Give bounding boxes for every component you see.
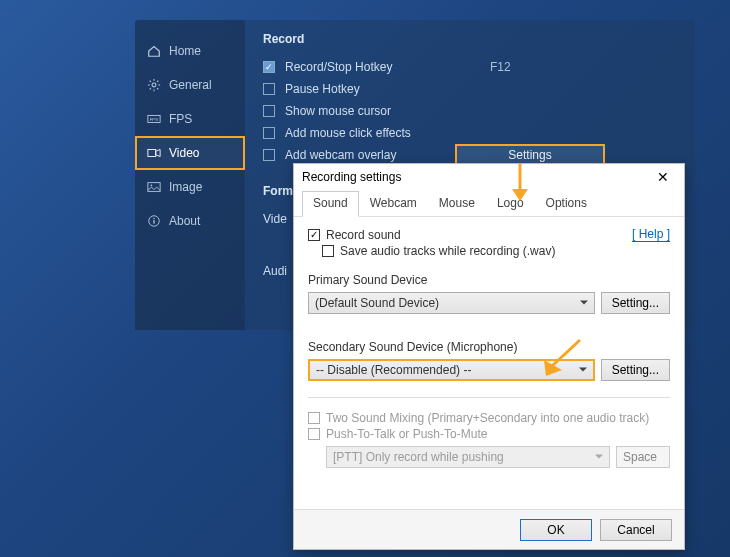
record-sound-row: Record sound [308,227,632,243]
two-mix-checkbox [308,412,320,424]
recording-settings-dialog: Recording settings ✕ Sound Webcam Mouse … [293,163,685,550]
help-link[interactable]: [ Help ] [632,227,670,242]
sidebar-item-label: Home [169,44,201,58]
primary-setting-button[interactable]: Setting... [601,292,670,314]
svg-text:FPS: FPS [150,117,159,122]
close-icon: ✕ [657,169,669,185]
ptt-checkbox [308,428,320,440]
primary-device-value: (Default Sound Device) [315,296,439,310]
ptt-config-row: [PTT] Only record while pushing Space [326,446,670,468]
save-tracks-checkbox[interactable] [322,245,334,257]
ptt-row: Push-To-Talk or Push-To-Mute [308,426,670,442]
ptt-mode-combo: [PTT] Only record while pushing [326,446,610,468]
dialog-body: [ Help ] Record sound Save audio tracks … [294,217,684,509]
settings-sidebar: Home General FPS FPS Video Image About [135,20,245,330]
cancel-button[interactable]: Cancel [600,519,672,541]
secondary-device-combo[interactable]: -- Disable (Recommended) -- [308,359,595,381]
secondary-device-row: -- Disable (Recommended) -- Setting... [308,359,670,381]
sidebar-item-image[interactable]: Image [135,170,245,204]
gear-icon [147,78,161,92]
webcam-checkbox[interactable] [263,149,275,161]
sidebar-item-label: FPS [169,112,192,126]
ok-button[interactable]: OK [520,519,592,541]
svg-point-0 [152,83,156,87]
svg-rect-8 [153,218,154,219]
close-button[interactable]: ✕ [650,166,676,188]
two-mix-row: Two Sound Mixing (Primary+Secondary into… [308,410,670,426]
primary-device-row: (Default Sound Device) Setting... [308,292,670,314]
sidebar-item-label: General [169,78,212,92]
image-icon [147,180,161,194]
webcam-label: Add webcam overlay [285,148,445,162]
tab-logo[interactable]: Logo [486,191,535,217]
mouse-fx-checkbox[interactable] [263,127,275,139]
record-stop-value: F12 [490,60,590,74]
ptt-label: Push-To-Talk or Push-To-Mute [326,427,487,441]
tab-sound[interactable]: Sound [302,191,359,217]
dialog-title: Recording settings [302,170,401,184]
pause-checkbox[interactable] [263,83,275,95]
ptt-key-field: Space [616,446,670,468]
record-sound-label: Record sound [326,228,401,242]
dialog-footer: OK Cancel [294,509,684,549]
video-icon [147,146,161,160]
pause-label: Pause Hotkey [285,82,480,96]
record-stop-hotkey-row: Record/Stop Hotkey F12 [263,56,677,78]
primary-device-combo[interactable]: (Default Sound Device) [308,292,595,314]
tab-options[interactable]: Options [535,191,598,217]
save-tracks-label: Save audio tracks while recording (.wav) [340,244,555,258]
mouse-cursor-label: Show mouse cursor [285,104,480,118]
ptt-mode-value: [PTT] Only record while pushing [333,450,504,464]
save-tracks-row: Save audio tracks while recording (.wav) [322,243,670,259]
sidebar-item-label: Image [169,180,202,194]
record-stop-checkbox[interactable] [263,61,275,73]
mouse-cursor-row: Show mouse cursor [263,100,677,122]
svg-point-5 [151,184,153,186]
svg-rect-3 [148,150,156,157]
mouse-fx-row: Add mouse click effects [263,122,677,144]
two-mix-label: Two Sound Mixing (Primary+Secondary into… [326,411,649,425]
secondary-device-label: Secondary Sound Device (Microphone) [308,340,670,354]
info-icon [147,214,161,228]
fps-icon: FPS [147,112,161,126]
secondary-setting-button[interactable]: Setting... [601,359,670,381]
secondary-device-value: -- Disable (Recommended) -- [316,363,471,377]
record-sound-checkbox[interactable] [308,229,320,241]
pause-hotkey-row: Pause Hotkey [263,78,677,100]
sidebar-item-about[interactable]: About [135,204,245,238]
sidebar-item-label: About [169,214,200,228]
sidebar-item-fps[interactable]: FPS FPS [135,102,245,136]
record-section-title: Record [263,32,677,46]
separator [308,397,670,398]
home-icon [147,44,161,58]
sidebar-item-label: Video [169,146,199,160]
sidebar-item-home[interactable]: Home [135,34,245,68]
sidebar-item-general[interactable]: General [135,68,245,102]
svg-rect-7 [153,220,154,224]
sidebar-item-video[interactable]: Video [135,136,245,170]
tab-webcam[interactable]: Webcam [359,191,428,217]
primary-device-label: Primary Sound Device [308,273,670,287]
tab-mouse[interactable]: Mouse [428,191,486,217]
ptt-key-value: Space [623,450,657,464]
dialog-tabs: Sound Webcam Mouse Logo Options [294,190,684,217]
dialog-titlebar: Recording settings ✕ [294,164,684,190]
mouse-fx-label: Add mouse click effects [285,126,480,140]
record-stop-label: Record/Stop Hotkey [285,60,480,74]
mouse-cursor-checkbox[interactable] [263,105,275,117]
